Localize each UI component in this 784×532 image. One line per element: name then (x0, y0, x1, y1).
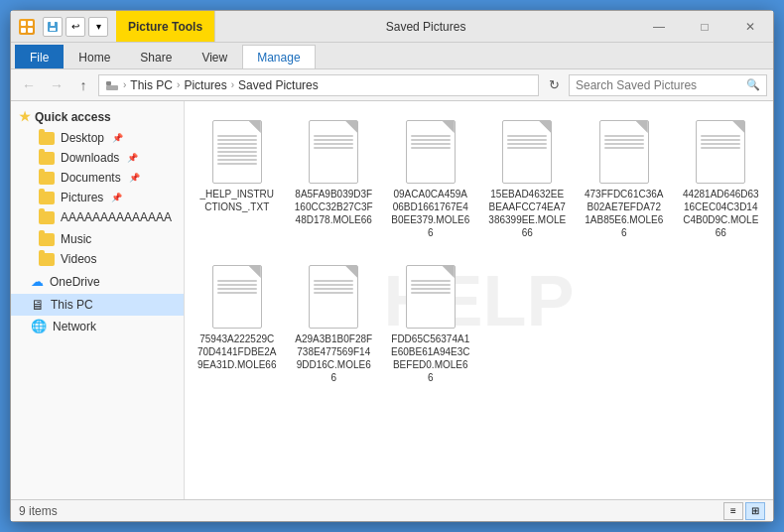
file-icon-container (205, 261, 269, 332)
pin-icon-documents: 📌 (129, 173, 140, 183)
list-view-icon: ≡ (730, 505, 736, 516)
file-icon-container (302, 116, 365, 188)
minimize-button[interactable]: — (636, 11, 682, 43)
file-name: _HELP_INSTRUCTIONS_.TXT (197, 188, 277, 213)
quick-menu-btn[interactable]: ▾ (88, 17, 108, 37)
file-item-f2[interactable]: 8A5FA9B039D3F160CC32B27C3F48D178.MOLE66 (290, 109, 379, 246)
search-input[interactable] (576, 78, 742, 92)
file-name: 15EBAD4632EEBEAAFCC74EA7386399EE.MOLE66 (488, 188, 568, 239)
forward-button[interactable]: → (45, 73, 68, 97)
search-icon[interactable]: 🔍 (746, 78, 760, 91)
file-item-f5[interactable]: 473FFDC61C36AB02AE7EFDA721AB85E6.MOLE66 (580, 109, 669, 246)
file-name: 8A5FA9B039D3F160CC32B27C3F48D178.MOLE66 (295, 188, 374, 226)
maximize-button[interactable]: □ (682, 11, 727, 43)
tab-manage[interactable]: Manage (242, 45, 315, 68)
quick-save-btn[interactable] (43, 17, 63, 37)
file-name: A29A3B1B0F28F738E477569F149DD16C.MOLE66 (295, 332, 374, 384)
sidebar-section-system: 🖥 This PC 🌐 Network (11, 294, 184, 336)
folder-icon-pictures (39, 192, 55, 204)
sidebar-item-music[interactable]: Music (11, 229, 184, 249)
refresh-button[interactable]: ↻ (543, 74, 565, 96)
grid-view-button[interactable]: ⊞ (745, 502, 765, 520)
sidebar-item-downloads[interactable]: Downloads 📌 (11, 148, 184, 168)
tab-home[interactable]: Home (64, 45, 125, 68)
file-item-f3[interactable]: 09ACA0CA459A06BD1661767E4B0EE379.MOLE66 (386, 109, 475, 246)
folder-icon-downloads (39, 152, 55, 165)
file-icon-container (205, 116, 269, 188)
file-icon (502, 120, 552, 184)
back-button[interactable]: ← (17, 73, 41, 97)
status-bar: 9 items ≡ ⊞ (11, 499, 773, 521)
file-icon-container (592, 116, 656, 188)
svg-rect-8 (106, 85, 118, 90)
close-button[interactable]: ✕ (727, 11, 773, 43)
star-icon: ★ (19, 109, 31, 124)
svg-rect-2 (21, 28, 26, 33)
path-segment-pictures[interactable]: Pictures (184, 78, 226, 92)
sidebar-item-network[interactable]: 🌐 Network (11, 316, 184, 336)
svg-rect-3 (28, 28, 33, 33)
thispc-icon: 🖥 (31, 297, 45, 313)
window-controls: — □ ✕ (636, 11, 773, 42)
picture-tools-tab[interactable]: Picture Tools (116, 11, 215, 42)
item-count: 9 items (19, 504, 58, 518)
up-button[interactable]: ↑ (72, 74, 94, 96)
file-item-f7[interactable]: 75943A222529C70D4141FDBE2A9EA31D.MOLE66 (193, 254, 282, 391)
file-icon (212, 265, 262, 329)
address-path[interactable]: › This PC › Pictures › Saved Pictures (98, 74, 539, 96)
file-area: HELP _HELP_INSTRUCTIONS_.TXT8A5FA9B039D3… (185, 101, 773, 499)
quick-undo-btn[interactable]: ↩ (65, 17, 85, 37)
onedrive-icon: ☁ (31, 274, 44, 289)
file-icon-container (689, 116, 752, 188)
window-title: Saved Pictures (215, 11, 636, 42)
file-item-f6[interactable]: 44281AD646D6316CEC04C3D14C4B0D9C.MOLE66 (677, 109, 766, 246)
pin-icon-pictures: 📌 (111, 193, 122, 202)
file-item-f4[interactable]: 15EBAD4632EEBEAAFCC74EA7386399EE.MOLE66 (483, 109, 573, 246)
folder-icon-documents (39, 172, 55, 185)
file-icon (406, 265, 456, 329)
path-segment-thispc[interactable]: This PC (130, 78, 173, 92)
file-name: FDD65C56374A1E60BE61A94E3CBEFED0.MOLE66 (391, 332, 470, 384)
sidebar-item-aaaa[interactable]: AAAAAAAAAAAAAA (11, 207, 184, 227)
file-icon (696, 120, 745, 184)
sidebar-item-documents[interactable]: Documents 📌 (11, 168, 184, 188)
tab-share[interactable]: Share (125, 45, 187, 68)
path-segment-saved[interactable]: Saved Pictures (238, 78, 319, 92)
tab-file[interactable]: File (15, 45, 64, 68)
window-icon (19, 19, 35, 35)
sidebar-item-desktop[interactable]: Desktop 📌 (11, 128, 184, 148)
pin-icon-desktop: 📌 (112, 133, 123, 143)
sidebar-item-onedrive[interactable]: ☁ OneDrive (11, 271, 184, 292)
file-name: 09ACA0CA459A06BD1661767E4B0EE379.MOLE66 (391, 188, 470, 239)
files-grid: _HELP_INSTRUCTIONS_.TXT8A5FA9B039D3F160C… (193, 109, 765, 391)
file-item-f8[interactable]: A29A3B1B0F28F738E477569F149DD16C.MOLE66 (290, 254, 379, 391)
sidebar-section-cloud: ☁ OneDrive (11, 271, 184, 292)
svg-rect-1 (28, 21, 33, 26)
sidebar-item-videos[interactable]: Videos (11, 249, 184, 269)
address-bar: ← → ↑ › This PC › Pictures › Saved Pictu… (11, 69, 773, 101)
title-bar-left: ↩ ▾ (11, 11, 116, 42)
folder-icon-aaaa (39, 211, 55, 224)
tab-view[interactable]: View (187, 45, 242, 68)
file-item-f1[interactable]: _HELP_INSTRUCTIONS_.TXT (193, 109, 282, 246)
folder-icon-desktop (39, 132, 55, 145)
file-icon-container (399, 116, 462, 188)
search-box[interactable]: 🔍 (569, 74, 767, 96)
explorer-window: ↩ ▾ Picture Tools Saved Pictures — □ ✕ F… (10, 10, 774, 522)
file-icon (599, 120, 649, 184)
sidebar-item-pictures[interactable]: Pictures 📌 (11, 188, 184, 207)
file-icon (406, 120, 456, 184)
main-content: ★ Quick access Desktop 📌 Downloads 📌 Doc… (11, 101, 773, 499)
quick-access-header: ★ Quick access (11, 105, 184, 128)
svg-rect-0 (21, 21, 26, 26)
network-icon: 🌐 (31, 319, 47, 333)
folder-icon-music (39, 233, 55, 246)
ribbon-tabs: File Home Share View Manage (11, 43, 773, 68)
list-view-button[interactable]: ≡ (723, 502, 743, 520)
file-icon-container (495, 116, 559, 188)
grid-view-icon: ⊞ (751, 505, 759, 516)
view-controls: ≡ ⊞ (723, 502, 765, 520)
file-icon-container (399, 261, 462, 332)
file-item-f9[interactable]: FDD65C56374A1E60BE61A94E3CBEFED0.MOLE66 (386, 254, 475, 391)
sidebar-item-thispc[interactable]: 🖥 This PC (11, 294, 184, 316)
